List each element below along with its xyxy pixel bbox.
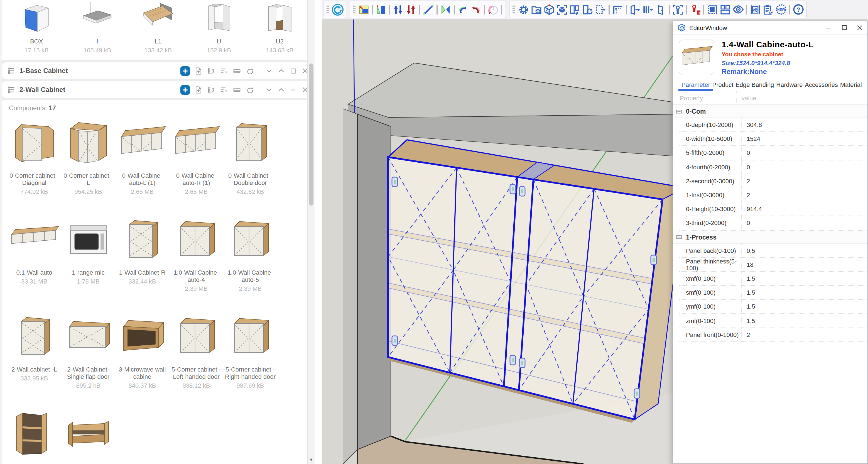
library-item[interactable]: 1.0-Wall Cabine-auto-52.39 MB xyxy=(223,209,277,307)
save-icon[interactable] xyxy=(233,66,241,75)
property-value[interactable]: 0.5 xyxy=(741,244,867,257)
library-item[interactable]: 0-Wall Cabine-auto-R (1)2.65 MB xyxy=(169,113,223,209)
property-value[interactable]: 1.5 xyxy=(741,314,867,327)
library-item[interactable]: 0-Wall Cabinet--Double door432.62 kB xyxy=(223,113,277,209)
property-row[interactable]: Panel front(0-1000)2 xyxy=(679,328,867,342)
revert-list-icon[interactable] xyxy=(207,86,215,94)
screw-delete-icon[interactable] xyxy=(689,2,702,17)
refresh-icon[interactable] xyxy=(246,86,254,94)
property-row[interactable]: ymf(0-100)1.5 xyxy=(679,300,867,314)
toolbar-drag-handle[interactable] xyxy=(352,5,356,14)
tab-hardware[interactable]: Hardware xyxy=(776,81,803,91)
library-item[interactable]: U152.9 kB xyxy=(188,0,249,60)
library-item[interactable]: Side panel modelling wall xyxy=(61,403,115,464)
toolbar-drag-handle[interactable] xyxy=(326,5,330,14)
door-open-icon[interactable] xyxy=(654,2,667,17)
new-file-icon[interactable] xyxy=(194,86,203,94)
crop-frame-icon[interactable] xyxy=(706,2,719,17)
library-scrollbar[interactable]: ▼ xyxy=(307,0,315,464)
sort-icon[interactable] xyxy=(220,66,228,75)
arrows-blue-icon[interactable] xyxy=(392,2,405,17)
minimize-icon[interactable] xyxy=(289,86,297,93)
tab-accessories[interactable]: Accessories xyxy=(805,81,838,91)
library-item[interactable]: 0-Wall Cabine-auto-L (1)2.65 MB xyxy=(115,113,169,209)
property-row[interactable]: 5-fifth(0-2000)0 xyxy=(679,146,867,160)
editor-titlebar[interactable]: EditorWindow xyxy=(673,21,867,34)
panel-arrow-icon[interactable] xyxy=(594,2,607,17)
property-group-row[interactable]: 0-Com xyxy=(673,105,867,118)
library-item[interactable]: L1133.42 kB xyxy=(128,0,188,60)
spiral-history-icon[interactable] xyxy=(331,2,344,17)
library-item[interactable]: U2143.63 kB xyxy=(249,0,310,60)
property-row[interactable]: zmf(0-100)1.5 xyxy=(679,314,867,328)
add-button[interactable] xyxy=(180,85,190,94)
library-item[interactable]: 0.1-Wall auto33.31 MB xyxy=(7,209,61,307)
library-item[interactable]: 5-Corner cabinet - Right-handed door987.… xyxy=(223,307,277,403)
scale-rect-icon[interactable] xyxy=(358,2,370,17)
property-row[interactable]: 1-first(0-3000)2 xyxy=(679,188,867,202)
library-item[interactable]: 3-Microwave wall cabine840.37 kB xyxy=(115,307,169,403)
property-value[interactable]: 304.8 xyxy=(741,118,867,132)
section-header[interactable]: 1-Base Cabinet xyxy=(2,62,314,79)
refresh-icon[interactable] xyxy=(246,66,254,75)
property-row[interactable]: 0-width(10-5000)1524 xyxy=(679,132,867,146)
tab-product[interactable]: Product xyxy=(712,81,734,91)
eye-icon[interactable] xyxy=(732,2,744,17)
add-button[interactable] xyxy=(180,66,190,76)
toolbar-drag-handle[interactable] xyxy=(512,5,516,14)
property-row[interactable]: 0-depth(10-2000)304.8 xyxy=(679,118,867,132)
property-value[interactable]: 0 xyxy=(741,146,867,160)
chevron-up-icon[interactable] xyxy=(277,86,285,94)
dimension-icon[interactable] xyxy=(611,2,624,17)
property-row[interactable]: Panel back(0-100)0.5 xyxy=(679,244,867,258)
cabinet-out-icon[interactable] xyxy=(628,2,641,17)
property-value[interactable]: 0 xyxy=(741,216,867,230)
library-item[interactable]: 2-Wall Cabinet-Single flap door895.2 kB xyxy=(61,307,115,403)
property-row[interactable]: 0-Height(10-3000)914.4 xyxy=(679,202,867,216)
library-item[interactable]: 0-Corner cabinet - L954.25 kB xyxy=(61,113,115,209)
property-row[interactable]: xmf(0-100)1.5 xyxy=(679,272,867,286)
cube-select-icon[interactable] xyxy=(556,2,568,17)
minimize-icon[interactable] xyxy=(821,21,836,34)
property-value[interactable]: 2 xyxy=(741,174,867,188)
inspect-check-icon[interactable]: 检 xyxy=(749,2,762,17)
tab-parameter[interactable]: Parameter xyxy=(681,81,710,91)
scroll-down-icon[interactable]: ▼ xyxy=(308,456,315,464)
folder-cube-icon[interactable] xyxy=(530,2,543,17)
cube-hatched-icon[interactable] xyxy=(543,2,556,17)
property-value[interactable]: 1.5 xyxy=(741,272,867,285)
arrows-red-icon[interactable] xyxy=(405,2,417,17)
sort-icon[interactable] xyxy=(220,86,228,94)
badge-new-icon[interactable]: NEW xyxy=(774,2,787,17)
clipboard-gear-icon[interactable] xyxy=(762,2,774,17)
rotate-blue-icon[interactable] xyxy=(457,2,469,17)
chevron-up-icon[interactable] xyxy=(277,67,285,75)
gear-icon[interactable] xyxy=(517,2,530,17)
revert-list-icon[interactable] xyxy=(207,66,215,75)
scrollbar-thumb[interactable] xyxy=(309,63,313,206)
library-item[interactable]: 2-Wall cabinet -L333.95 kB xyxy=(7,307,61,403)
property-value[interactable]: 1.5 xyxy=(741,286,867,299)
property-value[interactable]: 1524 xyxy=(741,132,867,145)
section-header[interactable]: 2-Wall Cabinet xyxy=(2,81,314,98)
panel-edit-icon[interactable] xyxy=(568,2,581,17)
property-group-row[interactable]: 1-Process xyxy=(673,230,867,244)
arrow-diagonal-icon[interactable] xyxy=(422,2,435,17)
property-value[interactable]: 2 xyxy=(741,328,867,341)
layout-blocks-icon[interactable] xyxy=(719,2,732,17)
collapse-group-icon[interactable] xyxy=(676,234,682,240)
library-item[interactable]: Right circular base cabinet xyxy=(7,403,61,464)
property-row[interactable]: Panel thinkness(5-100)18 xyxy=(679,258,867,271)
property-value[interactable]: 0 xyxy=(741,160,867,174)
save-icon[interactable] xyxy=(233,86,241,94)
property-row[interactable]: 4-fourth(0-2000)0 xyxy=(679,160,867,174)
tab-edge-banding[interactable]: Edge Banding xyxy=(736,81,774,91)
library-item[interactable]: 1-Wall Cabinet-R332.44 kB xyxy=(115,209,169,307)
chevron-down-icon[interactable] xyxy=(265,86,273,94)
property-value[interactable]: 914.4 xyxy=(741,202,867,215)
property-row[interactable]: smf(0-100)1.5 xyxy=(679,286,867,300)
cabinet-panels-icon[interactable] xyxy=(641,2,654,17)
property-value[interactable]: 1.5 xyxy=(741,300,867,313)
new-file-icon[interactable] xyxy=(194,66,203,75)
close-icon[interactable] xyxy=(852,21,867,34)
